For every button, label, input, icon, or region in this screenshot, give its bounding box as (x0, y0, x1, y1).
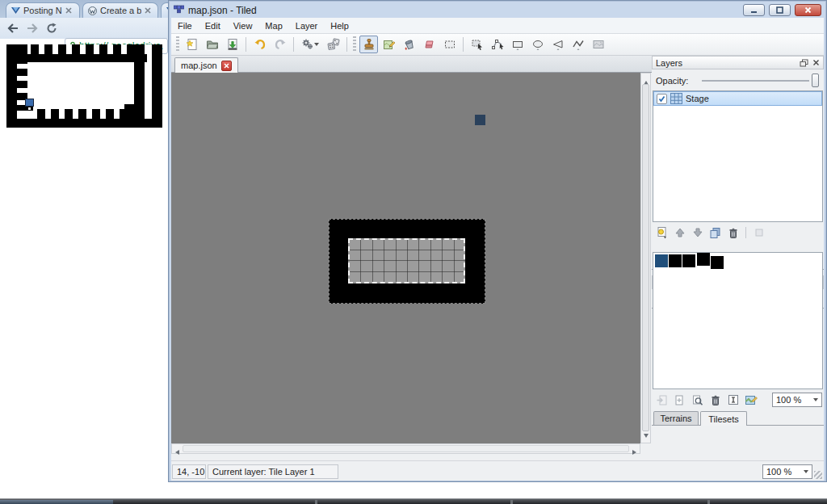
menu-help[interactable]: Help (324, 19, 355, 33)
toolbar-grip[interactable] (176, 36, 179, 52)
save-file-button[interactable] (223, 36, 241, 53)
menu-file[interactable]: File (171, 19, 199, 33)
resize-grip[interactable] (814, 471, 822, 479)
back-button[interactable] (5, 20, 21, 36)
menu-layer[interactable]: Layer (289, 19, 325, 33)
rename-tileset-button[interactable] (725, 393, 741, 407)
document-tab-mapjson[interactable]: map.json (174, 57, 238, 73)
edit-tileset-icon (745, 394, 758, 406)
tileset-tile[interactable] (697, 253, 710, 266)
v-logo-icon (11, 6, 20, 15)
close-panel-icon[interactable] (812, 59, 820, 66)
delete-layer-button[interactable] (725, 225, 741, 240)
scroll-right-icon[interactable] (632, 450, 636, 455)
terrain-brush-button[interactable] (380, 36, 398, 53)
menu-view[interactable]: View (227, 19, 259, 33)
minimize-button[interactable] (743, 4, 765, 16)
tileset-tile[interactable] (682, 254, 695, 267)
refresh-button[interactable] (44, 20, 60, 36)
browser-tab-create[interactable]: Create a b (82, 2, 158, 18)
vscroll-thumb[interactable] (642, 84, 649, 431)
tileset-properties-button[interactable] (690, 393, 705, 407)
hscroll-thumb[interactable] (183, 445, 629, 452)
maximize-button[interactable] (769, 4, 791, 16)
opacity-slider-track[interactable] (702, 80, 809, 82)
float-panel-icon[interactable] (800, 59, 808, 67)
edit-tileset-button[interactable] (743, 393, 758, 407)
arrow-down-icon (692, 227, 703, 238)
scroll-left-icon[interactable] (175, 450, 179, 455)
eraser-button[interactable] (420, 36, 439, 53)
taskbar-edge[interactable] (0, 498, 827, 504)
browser-tab-posting[interactable]: Posting N (6, 2, 80, 18)
undo-button[interactable] (250, 36, 269, 53)
wordpress-logo-icon (88, 6, 97, 15)
maze-corner-block (124, 104, 145, 120)
import-tileset-button[interactable] (654, 393, 670, 407)
tile-selection[interactable] (348, 238, 465, 284)
tileset-zoom-combo[interactable]: 100 % (772, 393, 822, 407)
rectangular-select-button[interactable] (440, 36, 459, 53)
export-tileset-button[interactable] (672, 393, 687, 407)
random-mode-button[interactable] (324, 36, 342, 53)
tab-close-icon[interactable] (65, 7, 72, 14)
layer-list[interactable]: Stage (653, 90, 823, 222)
tileset-tile[interactable] (711, 256, 724, 269)
raise-layer-button[interactable] (672, 225, 687, 240)
dock-tab-terrains[interactable]: Terrains (653, 411, 699, 425)
dock-tab-label: Terrains (660, 414, 691, 423)
open-file-button[interactable] (203, 36, 221, 53)
toolbar (171, 34, 824, 56)
tiled-window: map.json - Tiled File Edit View Map Laye… (168, 0, 827, 482)
new-layer-button[interactable] (654, 225, 670, 240)
tab-title: Posting N (23, 6, 62, 15)
duplicate-layer-button[interactable] (707, 225, 723, 240)
tileset-tile[interactable] (655, 254, 668, 267)
select-objects-button[interactable] (468, 36, 486, 53)
tileset-buttons: 100 % (654, 393, 822, 407)
tileset-view[interactable] (653, 252, 823, 389)
tile-layer-icon (670, 93, 682, 104)
new-file-button[interactable] (183, 36, 201, 53)
execute-commands-button[interactable] (298, 36, 322, 53)
taskbar-divider (315, 500, 317, 504)
map-canvas[interactable] (171, 73, 640, 443)
highlight-layer-button[interactable] (751, 225, 766, 240)
toolbar-grip[interactable] (353, 36, 356, 52)
status-zoom-combo[interactable]: 100 % (762, 464, 812, 479)
dock-tab-label: Tilesets (708, 414, 739, 424)
stamp-brush-button[interactable] (359, 36, 378, 53)
opacity-slider-handle[interactable] (812, 74, 819, 87)
layer-row-stage[interactable]: Stage (653, 91, 822, 106)
document-tab-close-button[interactable] (221, 61, 232, 71)
edit-polygons-button[interactable] (488, 36, 506, 53)
maze-bottom-teeth (37, 109, 126, 119)
insert-rectangle-button[interactable] (508, 36, 527, 53)
bucket-fill-button[interactable] (400, 36, 418, 53)
canvas-hscrollbar[interactable] (171, 443, 640, 454)
insert-ellipse-button[interactable] (528, 36, 547, 53)
insert-polyline-button[interactable] (569, 36, 587, 53)
window-title: map.json - Tiled (188, 5, 257, 16)
close-icon (224, 63, 229, 69)
menu-edit[interactable]: Edit (199, 19, 227, 33)
tileset-tile[interactable] (669, 254, 682, 267)
tab-close-icon[interactable] (145, 7, 151, 14)
forward-button[interactable] (24, 20, 40, 36)
menu-map[interactable]: Map (258, 19, 288, 33)
remove-tileset-button[interactable] (707, 393, 723, 407)
taskbar-start-segment[interactable] (0, 500, 113, 504)
scroll-down-icon[interactable] (644, 434, 649, 438)
layer-visibility-checkbox[interactable] (657, 94, 667, 104)
lower-layer-button[interactable] (690, 225, 705, 240)
toolbar-separator (346, 37, 347, 52)
canvas-vscrollbar[interactable] (640, 73, 651, 443)
title-bar[interactable]: map.json - Tiled (171, 2, 824, 18)
close-button[interactable] (795, 4, 821, 16)
insert-polygon-button[interactable] (548, 36, 567, 53)
insert-tile-button[interactable] (589, 36, 607, 53)
document-tab-label: map.json (181, 61, 217, 70)
map-tile-block[interactable] (329, 219, 485, 304)
dock-tab-tilesets[interactable]: Tilesets (700, 411, 747, 426)
redo-button[interactable] (271, 36, 289, 53)
